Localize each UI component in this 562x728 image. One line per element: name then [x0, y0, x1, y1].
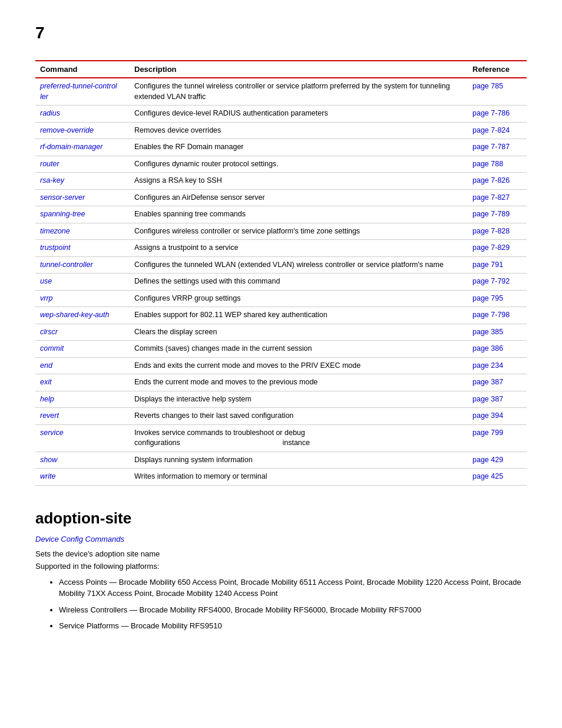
- table-row: routerConfigures dynamic router protocol…: [35, 156, 527, 173]
- description-cell: Enables support for 802.11 WEP shared ke…: [130, 307, 468, 324]
- header-description: Description: [130, 61, 468, 78]
- command-cell[interactable]: spanning-tree: [35, 206, 130, 223]
- reference-cell[interactable]: page 429: [468, 452, 527, 469]
- reference-cell[interactable]: page 791: [468, 256, 527, 274]
- table-row: rf-domain-managerEnables the RF Domain m…: [35, 139, 527, 156]
- description-cell: Displays the interactive help system: [130, 391, 468, 408]
- command-cell[interactable]: service: [35, 424, 130, 452]
- command-cell[interactable]: write: [35, 469, 130, 486]
- description-cell: Assigns a RSA key to SSH: [130, 173, 468, 190]
- table-row: tunnel-controllerConfigures the tunneled…: [35, 256, 527, 274]
- description-cell: Enables the RF Domain manager: [130, 139, 468, 156]
- table-row: remove-overrideRemoves device overridesp…: [35, 122, 527, 139]
- table-row: useDefines the settings used with this c…: [35, 274, 527, 291]
- command-cell[interactable]: revert: [35, 408, 130, 425]
- command-cell[interactable]: trustpoint: [35, 240, 130, 257]
- table-row: preferred-tunnel-controllerConfigures th…: [35, 78, 527, 106]
- reference-cell[interactable]: page 7-824: [468, 122, 527, 139]
- reference-cell[interactable]: page 425: [468, 469, 527, 486]
- command-cell[interactable]: commit: [35, 341, 130, 358]
- reference-cell[interactable]: page 386: [468, 341, 527, 358]
- description-cell: Ends the current mode and moves to the p…: [130, 374, 468, 391]
- description-cell: Configures dynamic router protocol setti…: [130, 156, 468, 173]
- section-subtitle[interactable]: Device Config Commands: [35, 535, 527, 543]
- table-row: commitCommits (saves) changes made in th…: [35, 341, 527, 358]
- command-cell[interactable]: radius: [35, 106, 130, 123]
- table-row: rsa-keyAssigns a RSA key to SSHpage 7-82…: [35, 173, 527, 190]
- table-row: vrrpConfigures VRRP group settingspage 7…: [35, 290, 527, 307]
- table-row: trustpointAssigns a trustpoint to a serv…: [35, 240, 527, 257]
- section-title: adoption-site: [35, 509, 527, 528]
- table-row: spanning-treeEnables spanning tree comma…: [35, 206, 527, 223]
- list-item: Service Platforms — Brocade Mobility RFS…: [59, 620, 527, 632]
- reference-cell[interactable]: page 785: [468, 78, 527, 106]
- description-cell: Removes device overrides: [130, 122, 468, 139]
- command-cell[interactable]: use: [35, 274, 130, 291]
- reference-cell[interactable]: page 387: [468, 391, 527, 408]
- reference-cell[interactable]: page 7-786: [468, 106, 527, 123]
- description-cell: Configures VRRP group settings: [130, 290, 468, 307]
- command-cell[interactable]: end: [35, 357, 130, 374]
- reference-cell[interactable]: page 7-798: [468, 307, 527, 324]
- command-cell[interactable]: timezone: [35, 223, 130, 240]
- platform-list: Access Points — Brocade Mobility 650 Acc…: [35, 577, 527, 632]
- reference-cell[interactable]: page 7-828: [468, 223, 527, 240]
- reference-cell[interactable]: page 799: [468, 424, 527, 452]
- description-cell: Defines the settings used with this comm…: [130, 274, 468, 291]
- reference-cell[interactable]: page 394: [468, 408, 527, 425]
- table-row: endEnds and exits the current mode and m…: [35, 357, 527, 374]
- reference-cell[interactable]: page 385: [468, 324, 527, 341]
- description-cell: Commits (saves) changes made in the curr…: [130, 341, 468, 358]
- table-row: sensor-serverConfigures an AirDefense se…: [35, 189, 527, 206]
- section-description: Sets the device's adoption site name: [35, 549, 527, 558]
- description-cell: Configures an AirDefense sensor server: [130, 189, 468, 206]
- description-cell: Displays running system information: [130, 452, 468, 469]
- command-cell[interactable]: clrscr: [35, 324, 130, 341]
- command-cell[interactable]: sensor-server: [35, 189, 130, 206]
- reference-cell[interactable]: page 7-829: [468, 240, 527, 257]
- reference-cell[interactable]: page 7-787: [468, 139, 527, 156]
- table-row: revertReverts changes to their last save…: [35, 408, 527, 425]
- reference-cell[interactable]: page 7-827: [468, 189, 527, 206]
- table-row: writeWrites information to memory or ter…: [35, 469, 527, 486]
- command-cell[interactable]: remove-override: [35, 122, 130, 139]
- command-cell[interactable]: show: [35, 452, 130, 469]
- command-cell[interactable]: preferred-tunnel-controller: [35, 78, 130, 106]
- list-item: Wireless Controllers — Brocade Mobility …: [59, 604, 527, 616]
- description-cell: Clears the display screen: [130, 324, 468, 341]
- table-row: wep-shared-key-authEnables support for 8…: [35, 307, 527, 324]
- table-row: timezoneConfigures wireless controller o…: [35, 223, 527, 240]
- command-cell[interactable]: wep-shared-key-auth: [35, 307, 130, 324]
- page-number: 7: [35, 24, 527, 42]
- command-cell[interactable]: rsa-key: [35, 173, 130, 190]
- command-cell[interactable]: rf-domain-manager: [35, 139, 130, 156]
- platforms-label: Supported in the following platforms:: [35, 562, 527, 571]
- reference-cell[interactable]: page 234: [468, 357, 527, 374]
- command-cell[interactable]: help: [35, 391, 130, 408]
- description-cell: Writes information to memory or terminal: [130, 469, 468, 486]
- description-cell: Ends and exits the current mode and move…: [130, 357, 468, 374]
- command-cell[interactable]: router: [35, 156, 130, 173]
- reference-cell[interactable]: page 7-789: [468, 206, 527, 223]
- table-row: showDisplays running system informationp…: [35, 452, 527, 469]
- description-cell: Configures wireless controller or servic…: [130, 223, 468, 240]
- command-cell[interactable]: tunnel-controller: [35, 256, 130, 274]
- command-cell[interactable]: exit: [35, 374, 130, 391]
- command-table: Command Description Reference preferred-…: [35, 60, 527, 486]
- reference-cell[interactable]: page 788: [468, 156, 527, 173]
- command-cell[interactable]: vrrp: [35, 290, 130, 307]
- table-row: radiusConfigures device-level RADIUS aut…: [35, 106, 527, 123]
- reference-cell[interactable]: page 387: [468, 374, 527, 391]
- reference-cell[interactable]: page 7-826: [468, 173, 527, 190]
- table-row: serviceInvokes service commands to troub…: [35, 424, 527, 452]
- list-item: Access Points — Brocade Mobility 650 Acc…: [59, 577, 527, 599]
- description-cell: Assigns a trustpoint to a service: [130, 240, 468, 257]
- description-cell: Invokes service commands to troubleshoot…: [130, 424, 468, 452]
- description-cell: Configures the tunneled WLAN (extended V…: [130, 256, 468, 274]
- table-row: clrscrClears the display screenpage 385: [35, 324, 527, 341]
- table-row: exitEnds the current mode and moves to t…: [35, 374, 527, 391]
- description-cell: Configures the tunnel wireless controlle…: [130, 78, 468, 106]
- reference-cell[interactable]: page 795: [468, 290, 527, 307]
- table-row: helpDisplays the interactive help system…: [35, 391, 527, 408]
- reference-cell[interactable]: page 7-792: [468, 274, 527, 291]
